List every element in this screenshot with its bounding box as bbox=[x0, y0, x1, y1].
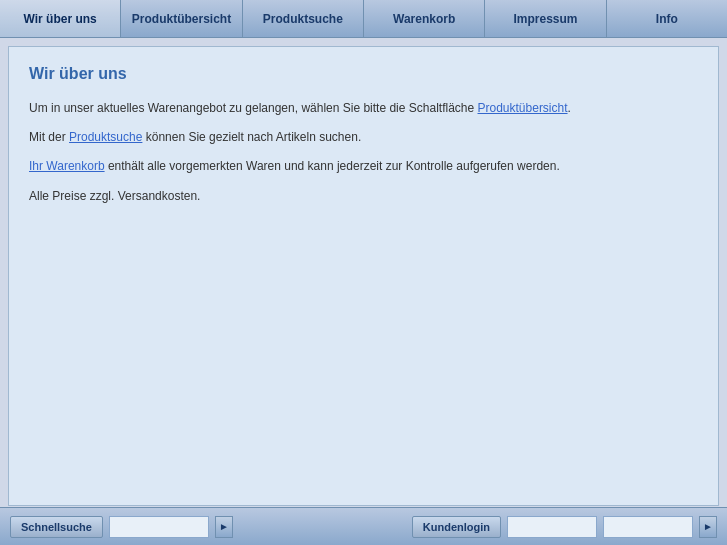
login-arrow[interactable]: ► bbox=[699, 516, 717, 538]
kundenlogin-label: Kundenlogin bbox=[412, 516, 501, 538]
schnellsuche-input[interactable] bbox=[109, 516, 209, 538]
footer-bar: Schnellsuche ► Kundenlogin ► bbox=[0, 507, 727, 545]
link-produktuebersicht[interactable]: Produktübersicht bbox=[478, 101, 568, 115]
link-warenkorb[interactable]: Ihr Warenkorb bbox=[29, 159, 105, 173]
paragraph-4: Alle Preise zzgl. Versandkosten. bbox=[29, 187, 698, 206]
paragraph-3: Ihr Warenkorb enthält alle vorgemerkten … bbox=[29, 157, 698, 176]
paragraph-2-before: Mit der bbox=[29, 130, 69, 144]
nav-item-produktsuche[interactable]: Produktsuche bbox=[243, 0, 364, 37]
paragraph-2-after: können Sie gezielt nach Artikeln suchen. bbox=[142, 130, 361, 144]
page-title: Wir über uns bbox=[29, 65, 698, 83]
nav-item-info[interactable]: Info bbox=[607, 0, 727, 37]
nav-item-impressum[interactable]: Impressum bbox=[485, 0, 606, 37]
paragraph-1-after: . bbox=[568, 101, 571, 115]
paragraph-2: Mit der Produktsuche können Sie gezielt … bbox=[29, 128, 698, 147]
paragraph-1-before: Um in unser aktuelles Warenangebot zu ge… bbox=[29, 101, 478, 115]
nav-item-warenkorb[interactable]: Warenkorb bbox=[364, 0, 485, 37]
nav-item-wir-ueber-uns[interactable]: Wir über uns bbox=[0, 0, 121, 37]
link-produktsuche[interactable]: Produktsuche bbox=[69, 130, 142, 144]
paragraph-3-after: enthält alle vorgemerkten Waren und kann… bbox=[105, 159, 560, 173]
login-password-input[interactable] bbox=[603, 516, 693, 538]
schnellsuche-label: Schnellsuche bbox=[10, 516, 103, 538]
schnellsuche-arrow[interactable]: ► bbox=[215, 516, 233, 538]
nav-item-produktuebersicht[interactable]: Produktübersicht bbox=[121, 0, 242, 37]
nav-bar: Wir über uns Produktübersicht Produktsuc… bbox=[0, 0, 727, 38]
paragraph-1: Um in unser aktuelles Warenangebot zu ge… bbox=[29, 99, 698, 118]
login-username-input[interactable] bbox=[507, 516, 597, 538]
main-content: Wir über uns Um in unser aktuelles Waren… bbox=[8, 46, 719, 506]
